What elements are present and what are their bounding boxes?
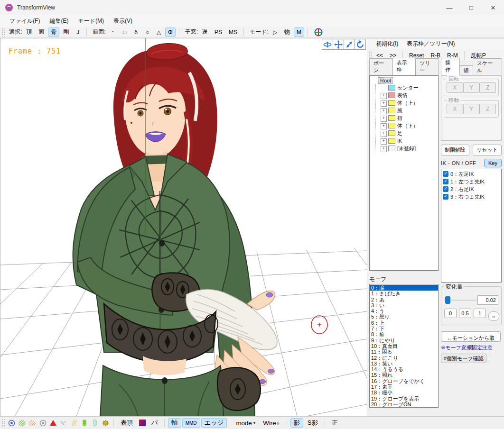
operation-tab[interactable]: 操作: [441, 58, 460, 75]
rotate-axis-button[interactable]: Z: [479, 82, 496, 93]
mode-button[interactable]: 物: [281, 27, 293, 37]
menu-item[interactable]: モード(M): [73, 16, 109, 27]
morph-list-item[interactable]: 12：にこり: [370, 355, 438, 361]
key-button[interactable]: Key: [484, 159, 502, 167]
menu-item[interactable]: ファイル(F): [5, 16, 45, 27]
morph-list-item[interactable]: 16：グローブをでかく: [370, 378, 438, 384]
morph-list-item[interactable]: 13：笑い: [370, 361, 438, 366]
limit-release-button[interactable]: 制限解除: [441, 145, 469, 155]
rotate-view-button[interactable]: [355, 39, 366, 50]
checkbox-icon[interactable]: [443, 179, 448, 184]
checkbox-icon[interactable]: [443, 171, 448, 177]
get-from-motion-button[interactable]: ←モーションから取得: [441, 331, 501, 342]
yellow-gear-icon[interactable]: [101, 419, 110, 427]
menu-item[interactable]: 表示(V): [109, 16, 137, 27]
morph-list-item[interactable]: 17：素手: [370, 384, 438, 390]
select-mode-button[interactable]: J: [73, 27, 83, 37]
menu-item[interactable]: 編集(E): [45, 16, 73, 27]
rotate-axis-button[interactable]: X: [447, 82, 463, 93]
morph-preset-button[interactable]: 1: [474, 309, 486, 318]
gray-ring-icon[interactable]: [38, 419, 47, 427]
operation-tab[interactable]: スケール: [473, 58, 502, 75]
select-mode-button[interactable]: 面: [36, 27, 47, 37]
panel-menu-item[interactable]: 初期化(I): [372, 39, 402, 49]
morph-list-item[interactable]: 3：い: [370, 302, 438, 308]
orbit-view-button[interactable]: [322, 39, 333, 50]
slider-thumb[interactable]: [445, 296, 450, 304]
mmd-mode-toggle[interactable]: MMD: [182, 418, 200, 428]
morph-swap-button[interactable]: ⇔: [488, 311, 499, 321]
green-hatch-icon[interactable]: [17, 419, 27, 427]
close-button[interactable]: ✕: [482, 0, 504, 15]
vertex-color-gradient-icon[interactable]: [138, 419, 147, 427]
range-shape-button[interactable]: δ: [131, 27, 141, 37]
display-frame-tree[interactable]: Root センター: [369, 75, 439, 271]
show-vertices-toggle[interactable]: 表頂: [117, 418, 137, 428]
red-triangle-icon[interactable]: [48, 419, 58, 427]
individual-morph-button[interactable]: #個別モーフ確認: [441, 354, 486, 363]
checkbox-icon[interactable]: [443, 186, 448, 192]
move-axis-button[interactable]: Z: [479, 104, 496, 114]
ik-checkbox-row[interactable]: 1：左つま先IK: [442, 178, 501, 185]
orange-hatch-icon[interactable]: [28, 419, 37, 427]
axis-toggle[interactable]: 軸: [168, 418, 181, 428]
range-shape-button[interactable]: ・: [107, 27, 119, 37]
expand-plus-icon[interactable]: [381, 131, 387, 136]
expand-plus-icon[interactable]: [381, 123, 387, 128]
tree-node[interactable]: IK: [380, 137, 438, 145]
morph-list-item[interactable]: 4：う: [370, 308, 438, 314]
blue-ring-icon[interactable]: [7, 419, 16, 427]
expand-plus-icon[interactable]: [381, 138, 387, 144]
mode-button[interactable]: ▷: [270, 27, 280, 37]
morph-list-item[interactable]: 9：にやり: [370, 338, 438, 343]
morph-list-item[interactable]: 10：真面目: [370, 343, 438, 349]
yellow-hatch-icon[interactable]: [69, 419, 79, 427]
green-capsule-icon[interactable]: [80, 419, 89, 427]
morph-list-item[interactable]: 18：瞳小: [370, 390, 438, 395]
shadow-toggle[interactable]: 影: [290, 418, 303, 428]
subwindow-button[interactable]: PS: [212, 27, 225, 37]
mode-button[interactable]: M: [294, 27, 304, 37]
pan-view-button[interactable]: [333, 39, 344, 50]
bone-view-tab[interactable]: ツリー: [415, 58, 439, 75]
viewport-3d[interactable]: Frame : 751: [0, 38, 367, 416]
range-shape-button[interactable]: Φ: [165, 27, 176, 37]
morph-list[interactable]: 0：涙1：まばたき2：あ3：い4：う5：怒り6：上7：下8：前9：にやり10：真…: [369, 284, 439, 408]
range-shape-button[interactable]: ○: [142, 27, 153, 37]
tree-node[interactable]: 指: [380, 114, 438, 122]
toolbar-grip-icon[interactable]: [1, 419, 5, 427]
select-mode-button[interactable]: 骨: [48, 27, 59, 37]
ik-checkbox-row[interactable]: 3：右つま先IK: [442, 193, 501, 201]
tree-node[interactable]: センター: [380, 84, 438, 91]
expand-plus-icon[interactable]: [381, 93, 387, 98]
range-shape-button[interactable]: □: [120, 27, 130, 37]
minimize-button[interactable]: —: [439, 0, 460, 15]
morph-list-item[interactable]: 2：あ: [370, 297, 438, 302]
expand-plus-icon[interactable]: [381, 116, 387, 121]
expand-plus-icon[interactable]: [381, 85, 387, 91]
tree-node[interactable]: 腕: [380, 107, 438, 114]
tree-node[interactable]: 表情: [380, 91, 438, 99]
tree-node[interactable]: [未登録]: [380, 145, 438, 152]
expand-plus-icon[interactable]: [381, 108, 387, 113]
operation-tab[interactable]: 値: [459, 65, 473, 75]
bone-view-tab[interactable]: ボーン: [369, 58, 393, 75]
wire-plus-button[interactable]: Wire+: [260, 418, 283, 428]
morph-list-item[interactable]: 6：上: [370, 320, 438, 326]
self-shadow-toggle[interactable]: S影: [304, 418, 321, 428]
move-axis-button[interactable]: X: [447, 104, 463, 114]
gray-waves-icon[interactable]: [59, 419, 68, 427]
morph-slider[interactable]: [444, 300, 476, 301]
perspective-toggle[interactable]: パ: [148, 418, 161, 428]
morph-list-item[interactable]: 20：グローブON: [370, 402, 438, 407]
select-mode-button[interactable]: 頂: [23, 27, 35, 37]
teal-capsule-icon[interactable]: [90, 419, 100, 427]
tree-node[interactable]: 足: [380, 129, 438, 137]
morph-list-item[interactable]: 8：前: [370, 331, 438, 337]
morph-list-item[interactable]: 11：困る: [370, 349, 438, 355]
toolbar-grip-icon[interactable]: [1, 28, 5, 37]
ik-checkbox-row[interactable]: 2：右足IK: [442, 185, 501, 193]
subwindow-button[interactable]: MS: [226, 27, 240, 37]
morph-list-item[interactable]: 5：怒り: [370, 314, 438, 319]
ik-checklist[interactable]: 0：左足IK 1：左つま先IK 2：右足IK: [441, 169, 502, 283]
